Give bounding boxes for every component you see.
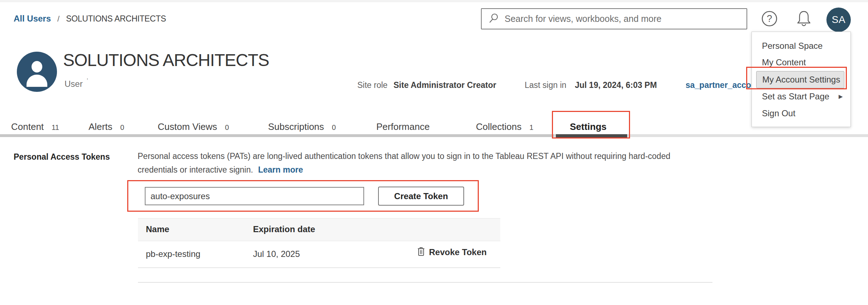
token-name-input[interactable] xyxy=(145,187,364,205)
page-title: SOLUTIONS ARCHITECTS xyxy=(63,50,269,70)
username-link[interactable]: sa_partner_accou xyxy=(686,80,756,90)
menu-item-set-as-start-page[interactable]: Set as Start Page ▶ xyxy=(762,90,843,103)
menu-item-my-account-settings[interactable]: My Account Settings xyxy=(756,71,844,88)
account-dropdown-menu: Personal Space My Content My Account Set… xyxy=(752,32,851,127)
tab-content[interactable]: Content 11 xyxy=(11,121,59,133)
help-button[interactable]: ? xyxy=(760,10,778,28)
top-strip xyxy=(0,0,868,2)
site-role-label: Site role xyxy=(357,80,387,90)
person-icon xyxy=(32,61,42,72)
tab-alerts[interactable]: Alerts 0 xyxy=(89,121,124,133)
search-box[interactable] xyxy=(481,8,747,29)
tab-subscriptions[interactable]: Subscriptions 0 xyxy=(268,121,336,133)
token-table-row: pb-exp-testing Jul 10, 2025 Revoke Token xyxy=(138,241,500,268)
search-input[interactable] xyxy=(505,14,747,24)
menu-item-label: Set as Start Page xyxy=(762,92,829,102)
tab-custom-views[interactable]: Custom Views 0 xyxy=(158,121,229,133)
search-icon xyxy=(488,13,500,25)
column-expiration-date: Expiration date xyxy=(253,224,315,234)
tab-label: Subscriptions xyxy=(268,121,324,132)
person-icon-shoulders xyxy=(27,75,47,87)
learn-more-link[interactable]: Learn more xyxy=(258,165,303,174)
tab-label: Content xyxy=(11,121,44,132)
breadcrumb-all-users-link[interactable]: All Users xyxy=(14,14,51,24)
pat-description-line1: Personal access tokens (PATs) are long-l… xyxy=(138,151,670,161)
create-token-button[interactable]: Create Token xyxy=(378,187,464,206)
tab-count: 0 xyxy=(225,123,229,132)
notifications-button[interactable] xyxy=(795,9,813,28)
user-avatar-large xyxy=(17,52,57,92)
tab-label: Alerts xyxy=(89,121,112,132)
tab-count: 11 xyxy=(52,123,59,132)
site-role-value: Site Administrator Creator xyxy=(394,80,496,90)
user-type-label: User xyxy=(65,79,83,89)
tab-label: Collections xyxy=(476,121,521,132)
menu-item-sign-out[interactable]: Sign Out xyxy=(762,107,795,120)
token-table-header: Name Expiration date xyxy=(138,218,500,241)
section-divider xyxy=(138,282,712,283)
tab-count: 0 xyxy=(332,123,336,132)
trash-icon xyxy=(417,247,425,258)
token-name-cell: pb-exp-testing xyxy=(146,249,200,259)
last-sign-in-value: Jul 19, 2024, 6:03 PM xyxy=(575,80,657,90)
tab-label: Custom Views xyxy=(158,121,217,132)
tab-label: Performance xyxy=(376,121,430,132)
tab-settings[interactable]: Settings xyxy=(570,121,607,133)
tab-count: 1 xyxy=(529,123,533,132)
avatar-initials: SA xyxy=(832,14,845,25)
menu-item-my-content[interactable]: My Content xyxy=(762,56,806,69)
column-name: Name xyxy=(146,224,169,234)
revoke-token-button[interactable]: Revoke Token xyxy=(417,247,487,258)
menu-item-personal-space[interactable]: Personal Space xyxy=(762,39,822,52)
stray-tick-mark: ' xyxy=(87,77,88,85)
page: All Users / SOLUTIONS ARCHITECTS ? SA SO… xyxy=(0,0,868,305)
token-expiration-cell: Jul 10, 2025 xyxy=(253,249,300,259)
pat-description-line2-text: credentials or interactive signin. xyxy=(138,165,253,174)
submenu-arrow-icon: ▶ xyxy=(839,93,843,100)
pat-description-line2: credentials or interactive signin.Learn … xyxy=(138,165,303,175)
pat-section-label: Personal Access Tokens xyxy=(14,152,110,162)
tab-count: 0 xyxy=(120,123,124,132)
revoke-token-label: Revoke Token xyxy=(429,247,487,257)
tab-label: Settings xyxy=(570,121,607,132)
active-tab-underline xyxy=(556,134,627,137)
svg-text:?: ? xyxy=(767,13,772,24)
tab-collections[interactable]: Collections 1 xyxy=(476,121,533,133)
breadcrumb: All Users / SOLUTIONS ARCHITECTS xyxy=(14,14,166,24)
breadcrumb-separator: / xyxy=(57,14,59,24)
tabbar-divider xyxy=(0,134,554,137)
user-avatar-menu-button[interactable]: SA xyxy=(826,8,851,32)
tab-performance[interactable]: Performance xyxy=(376,121,430,133)
last-sign-in-label: Last sign in xyxy=(525,80,566,90)
breadcrumb-current: SOLUTIONS ARCHITECTS xyxy=(66,14,166,24)
